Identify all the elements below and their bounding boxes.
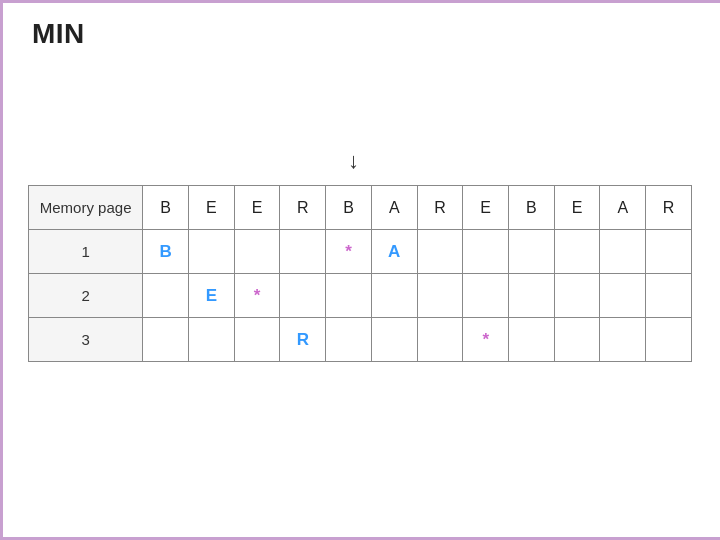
cell-1-8 <box>463 230 509 274</box>
cell-3-5 <box>326 318 372 362</box>
row-label-3: 3 <box>29 318 143 362</box>
cell-1-5: * <box>326 230 372 274</box>
cell-2-9 <box>509 274 555 318</box>
cell-1-7 <box>417 230 463 274</box>
memory-table: Memory page B E E R B A R E B E A R <box>28 185 692 362</box>
cell-1-11 <box>600 230 646 274</box>
row-label-1: 1 <box>29 230 143 274</box>
cell-3-7 <box>417 318 463 362</box>
cell-2-1 <box>143 274 189 318</box>
cell-2-4 <box>280 274 326 318</box>
cell-1-9 <box>509 230 555 274</box>
cell-1-3 <box>234 230 280 274</box>
col-header-B1: B <box>143 186 189 230</box>
col-header-E4: E <box>554 186 600 230</box>
cell-2-2: E <box>189 274 235 318</box>
cell-2-6 <box>371 274 417 318</box>
cell-1-4 <box>280 230 326 274</box>
cell-3-11 <box>600 318 646 362</box>
col-header-E1: E <box>189 186 235 230</box>
page-container: MIN ↓ Memory page B E E R B A R E B E A … <box>0 0 720 540</box>
cell-2-3: * <box>234 274 280 318</box>
cell-3-12 <box>646 318 692 362</box>
memory-table-container: Memory page B E E R B A R E B E A R <box>28 185 692 362</box>
cell-3-2 <box>189 318 235 362</box>
table-row: 3 R * <box>29 318 692 362</box>
col-header-A2: A <box>600 186 646 230</box>
col-header-R2: R <box>417 186 463 230</box>
cell-3-3 <box>234 318 280 362</box>
arrow-indicator: ↓ <box>348 148 359 174</box>
cell-1-2 <box>189 230 235 274</box>
col-header-A1: A <box>371 186 417 230</box>
cell-3-1 <box>143 318 189 362</box>
col-header-E3: E <box>463 186 509 230</box>
cell-2-7 <box>417 274 463 318</box>
cell-1-1: B <box>143 230 189 274</box>
cell-1-6: A <box>371 230 417 274</box>
cell-2-10 <box>554 274 600 318</box>
row-label-2: 2 <box>29 274 143 318</box>
col-header-R1: R <box>280 186 326 230</box>
table-row: 2 E * <box>29 274 692 318</box>
left-border <box>0 0 3 540</box>
cell-3-4: R <box>280 318 326 362</box>
cell-2-5 <box>326 274 372 318</box>
cell-3-6 <box>371 318 417 362</box>
page-title: MIN <box>32 18 85 50</box>
cell-2-11 <box>600 274 646 318</box>
col-header-E2: E <box>234 186 280 230</box>
col-header-R3: R <box>646 186 692 230</box>
col-header-B2: B <box>326 186 372 230</box>
cell-3-8: * <box>463 318 509 362</box>
table-row: 1 B * A <box>29 230 692 274</box>
table-header-label: Memory page <box>29 186 143 230</box>
cell-1-10 <box>554 230 600 274</box>
top-border <box>0 0 720 3</box>
cell-2-8 <box>463 274 509 318</box>
col-header-B3: B <box>509 186 555 230</box>
cell-3-9 <box>509 318 555 362</box>
cell-3-10 <box>554 318 600 362</box>
cell-1-12 <box>646 230 692 274</box>
cell-2-12 <box>646 274 692 318</box>
